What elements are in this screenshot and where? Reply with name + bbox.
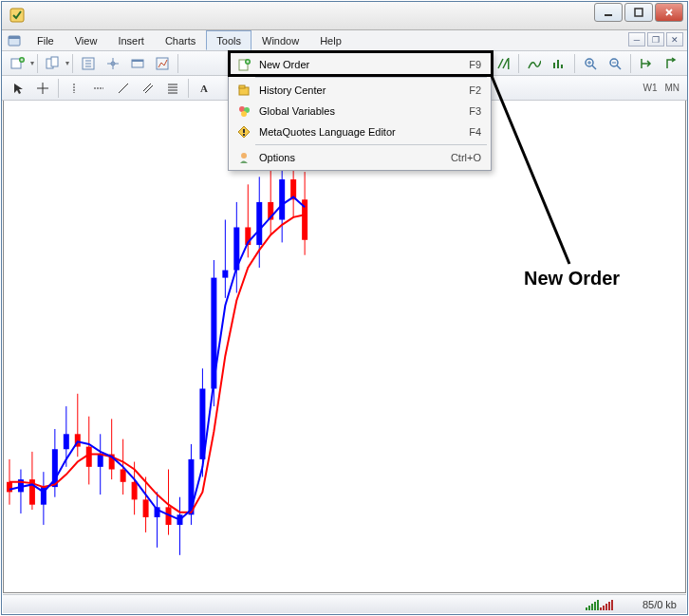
menu-separator [255, 144, 487, 145]
mdi-close-button[interactable]: ✕ [666, 32, 683, 47]
svg-rect-43 [86, 447, 92, 467]
menu-options-shortcut: Ctrl+O [451, 152, 481, 163]
hline-button[interactable] [87, 78, 110, 99]
text-button[interactable]: A [193, 78, 215, 99]
cursor-button[interactable] [7, 78, 29, 99]
vline-button[interactable] [63, 78, 85, 99]
menu-new-order[interactable]: New Order F9 [231, 54, 489, 75]
editor-icon [234, 125, 253, 139]
svg-rect-12 [132, 60, 143, 62]
menu-charts[interactable]: Charts [155, 30, 206, 50]
periodicity-button[interactable] [548, 53, 570, 74]
timeframe-mn-button[interactable]: MN [661, 83, 683, 93]
svg-rect-26 [243, 134, 245, 136]
menu-metaeditor[interactable]: MetaQuotes Language Editor F4 [231, 121, 489, 142]
globals-icon [234, 104, 253, 118]
titlebar [2, 2, 687, 30]
menu-file[interactable]: File [27, 30, 65, 50]
menu-view[interactable]: View [65, 30, 108, 50]
svg-rect-45 [98, 455, 103, 467]
new-chart-button[interactable] [7, 53, 29, 74]
statusbar: 85/0 kb [3, 594, 686, 613]
svg-rect-25 [243, 129, 245, 133]
svg-rect-77 [279, 179, 285, 220]
zoom-in-button[interactable] [579, 53, 602, 74]
tester-button[interactable] [151, 53, 174, 74]
svg-rect-20 [239, 85, 245, 88]
window-close-button[interactable] [655, 3, 683, 22]
menu-help[interactable]: Help [309, 30, 352, 50]
timeframe-w1-button[interactable]: W1 [639, 83, 661, 93]
menu-history-center[interactable]: History Center F2 [231, 80, 489, 101]
menu-history-center-shortcut: F2 [469, 84, 481, 96]
indicators-button[interactable] [523, 53, 546, 74]
menu-new-order-shortcut: F9 [469, 59, 481, 70]
svg-rect-1 [605, 14, 612, 16]
svg-rect-53 [143, 499, 149, 517]
svg-rect-73 [256, 202, 262, 245]
svg-rect-4 [9, 36, 20, 39]
svg-rect-8 [51, 57, 58, 66]
svg-rect-14 [508, 58, 510, 69]
navigator-button[interactable] [102, 53, 124, 74]
market-watch-button[interactable] [77, 53, 100, 74]
window-maximize-button[interactable] [624, 3, 653, 22]
menu-history-center-label: History Center [253, 84, 469, 96]
svg-rect-29 [7, 482, 12, 493]
svg-rect-39 [64, 434, 69, 449]
menu-global-variables[interactable]: Global Variables F3 [231, 101, 489, 121]
menu-separator [255, 77, 487, 78]
menu-metaeditor-shortcut: F4 [469, 126, 481, 138]
menu-metaeditor-label: MetaQuotes Language Editor [253, 126, 469, 138]
svg-point-23 [241, 111, 247, 117]
crosshair-button[interactable] [31, 78, 54, 99]
status-traffic: 85/0 kb [642, 599, 677, 610]
svg-rect-49 [121, 470, 126, 482]
shift-button[interactable] [660, 53, 682, 74]
mdi-minimize-button[interactable]: ─ [628, 32, 645, 47]
svg-rect-67 [222, 271, 228, 278]
menu-global-variables-shortcut: F3 [469, 105, 481, 117]
annotation-text: New Order [524, 268, 620, 289]
menu-new-order-label: New Order [253, 59, 469, 70]
trendline-button[interactable] [112, 78, 135, 99]
options-icon [234, 151, 253, 164]
menu-options-label: Options [253, 152, 451, 163]
svg-rect-2 [635, 9, 642, 16]
channel-button[interactable] [137, 78, 159, 99]
svg-point-27 [241, 153, 247, 159]
menu-window[interactable]: Window [251, 30, 309, 50]
new-order-icon [234, 58, 253, 71]
tools-dropdown: New Order F9 History Center F2 Global Va… [228, 51, 492, 171]
mdi-restore-button[interactable]: ❐ [647, 32, 664, 47]
window-minimize-button[interactable] [594, 3, 623, 22]
menu-global-variables-label: Global Variables [253, 105, 469, 117]
profiles-button[interactable] [42, 53, 65, 74]
menubar: File View Insert Charts Tools Window Hel… [2, 30, 687, 51]
autoscroll-button[interactable] [635, 53, 658, 74]
chart-canvas[interactable] [3, 101, 686, 593]
svg-rect-51 [132, 482, 138, 500]
menu-options[interactable]: Options Ctrl+O [231, 147, 489, 168]
fibo-button[interactable] [161, 78, 184, 99]
connection-indicator-icon [586, 599, 614, 610]
menu-tools[interactable]: Tools [206, 30, 251, 50]
file-icon [6, 30, 23, 50]
app-icon [9, 8, 25, 23]
shift-end-button[interactable] [492, 53, 514, 74]
terminal-button[interactable] [126, 53, 149, 74]
zoom-out-button[interactable] [604, 53, 626, 74]
menu-insert[interactable]: Insert [107, 30, 155, 50]
history-icon [234, 84, 253, 97]
